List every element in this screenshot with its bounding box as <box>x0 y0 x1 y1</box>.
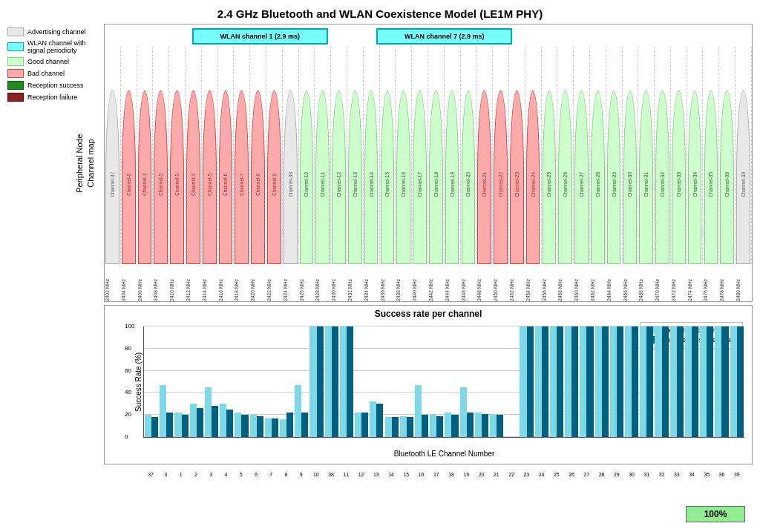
legend-label-good: Good channel <box>27 58 69 65</box>
bar-group-26 <box>564 326 579 437</box>
bar-group-7 <box>264 326 279 437</box>
x-label-9: 9 <box>294 472 309 477</box>
bar-recent-12 <box>355 413 361 437</box>
channel-oval-37: Channel-35 <box>704 91 718 264</box>
bar-group-33 <box>669 326 684 437</box>
legend-item-bad: Bad channel <box>7 69 104 78</box>
x-label-29: 29 <box>609 472 624 477</box>
bar-cumulative-20 <box>482 414 488 437</box>
channel-oval-1: Channel-0 <box>122 91 136 264</box>
channel-label-9: Channel-8 <box>255 174 261 196</box>
channel-col-channel-30: Channel-30 <box>623 47 639 264</box>
bar-cumulative-27 <box>586 326 593 437</box>
mhz-label-36: 2474 MHz <box>687 278 704 301</box>
bar-recent-5 <box>235 413 241 437</box>
channel-col-channel-39: Channel-39 <box>736 47 752 264</box>
x-label-13: 13 <box>369 472 384 477</box>
bar-group-6 <box>249 326 264 437</box>
mhz-label-2: 2406 MHz <box>137 278 154 301</box>
legend-label-success: Reception success <box>27 82 84 89</box>
bar-recent-30 <box>625 326 632 437</box>
bars-container <box>144 326 744 437</box>
x-label-35: 35 <box>699 472 714 477</box>
bar-cumulative-21 <box>497 415 503 437</box>
channel-col-channel-7: Channel-7 <box>234 47 250 264</box>
channel-label-32: Channel-30 <box>627 172 632 197</box>
mhz-label-14: 2430 MHz <box>331 278 347 301</box>
channel-col-channel-28: Channel-28 <box>590 47 606 264</box>
bar-group-25 <box>549 326 564 437</box>
channel-oval-27: Channel-25 <box>543 91 557 264</box>
mhz-label-34: 2470 MHz <box>655 278 671 301</box>
bar-recent-10 <box>309 326 316 437</box>
mhz-label-24: 2450 MHz <box>493 278 509 301</box>
bar-group-13 <box>369 326 384 437</box>
mhz-label-13: 2428 MHz <box>315 278 331 301</box>
bar-recent-14 <box>385 417 392 437</box>
channel-label-8: Channel-7 <box>239 174 244 196</box>
channel-col-channel-36: Channel-36 <box>719 47 736 264</box>
bar-recent-20 <box>475 413 482 437</box>
mhz-label-21: 2444 MHz <box>445 278 461 301</box>
bar-cumulative-8 <box>286 413 293 437</box>
legend-item-advertising: Advertising channel <box>7 27 104 36</box>
bar-cumulative-34 <box>692 326 698 437</box>
bar-group-21 <box>489 326 504 437</box>
channel-label-25: Channel-23 <box>514 172 520 197</box>
bar-group-29 <box>609 326 624 437</box>
channel-oval-18: Channel-16 <box>396 91 410 264</box>
bar-recent-23 <box>520 326 526 437</box>
bar-group-12 <box>354 326 369 437</box>
channel-col-channel-24: Channel-24 <box>525 47 542 264</box>
channel-label-12: Channel-10 <box>304 172 309 197</box>
bar-cumulative-26 <box>571 326 578 437</box>
bar-group-28 <box>594 326 609 437</box>
mhz-label-6: 2414 MHz <box>202 278 218 301</box>
bar-recent-18 <box>445 413 451 437</box>
channel-oval-26: Channel-24 <box>526 91 540 264</box>
channel-label-15: Channel-13 <box>353 172 358 197</box>
x-label-0: 0 <box>158 472 173 477</box>
bar-recent-0 <box>160 385 166 437</box>
channel-label-27: Channel-25 <box>546 172 551 197</box>
progress-value: 100% <box>704 509 727 519</box>
bar-recent-4 <box>220 404 226 437</box>
bar-group-4 <box>219 326 234 437</box>
x-label-32: 32 <box>655 472 669 477</box>
mhz-label-27: 2456 MHz <box>542 278 558 301</box>
bar-recent-38 <box>325 326 332 437</box>
bar-cumulative-35 <box>707 326 713 437</box>
channel-oval-2: Channel-1 <box>138 91 152 264</box>
bar-group-8 <box>279 326 294 437</box>
mhz-label-8: 2418 MHz <box>234 278 250 301</box>
mhz-label-25: 2452 MHz <box>509 278 525 301</box>
legend-item-good: Good channel <box>7 57 104 66</box>
channel-oval-33: Channel-31 <box>639 91 653 264</box>
bar-group-27 <box>579 326 594 437</box>
y-axis-label-top: Peripheral NodeChannel map <box>74 134 97 193</box>
legend-item-failure: Reception failure <box>7 93 104 102</box>
bar-cumulative-28 <box>602 326 609 437</box>
channel-col-channel-35: Channel-35 <box>703 47 719 264</box>
channel-oval-12: Channel-10 <box>300 91 314 264</box>
bar-cumulative-11 <box>347 326 353 437</box>
channel-ovals-container: Channel-37Channel-0Channel-1Channel-2Cha… <box>105 47 752 264</box>
legend-label-failure: Reception failure <box>27 93 78 101</box>
bar-recent-21 <box>490 415 497 437</box>
x-label-19: 19 <box>459 472 474 477</box>
bar-cumulative-13 <box>376 404 383 437</box>
channel-col-channel-9: Channel-9 <box>266 47 283 264</box>
channel-label-28: Channel-26 <box>563 172 568 197</box>
bar-cumulative-38 <box>332 326 338 437</box>
channel-label-3: Channel-2 <box>158 174 163 196</box>
x-axis-label: Bluetooth LE Channel Number <box>394 450 495 458</box>
bar-chart-area: Success Rate (%) Bluetooth LE Channel Nu… <box>143 326 744 438</box>
x-label-24: 24 <box>534 472 549 477</box>
mhz-label-37: 2476 MHz <box>703 278 719 301</box>
channel-oval-5: Channel-4 <box>186 91 200 264</box>
channel-label-19: Channel-17 <box>417 172 422 197</box>
channel-label-2: Channel-1 <box>142 174 147 196</box>
mhz-label-17: 2436 MHz <box>380 278 396 301</box>
x-label-28: 28 <box>594 472 609 477</box>
bar-cumulative-10 <box>317 326 324 437</box>
